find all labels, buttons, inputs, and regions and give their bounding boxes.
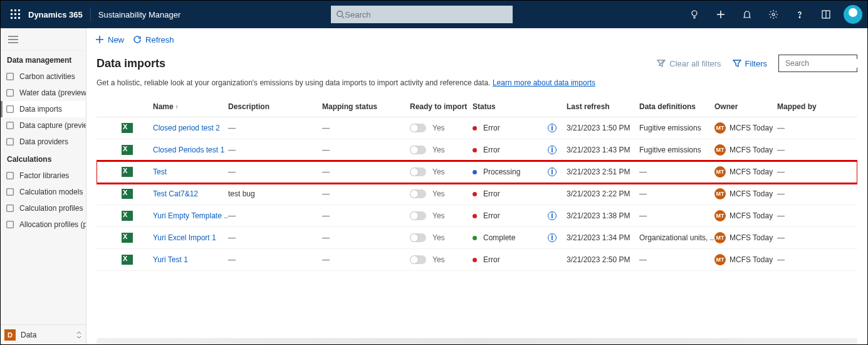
horizontal-scrollbar[interactable] bbox=[97, 338, 857, 344]
table-row[interactable]: Yuri Test 1——YesError3/21/2023 2:50 PM—M… bbox=[97, 249, 857, 271]
row-mapping: — bbox=[322, 233, 410, 242]
table-row[interactable]: Yuri Empty Template ...——YesErrori3/21/2… bbox=[97, 205, 857, 227]
row-description: — bbox=[228, 255, 322, 264]
sidebar-item[interactable]: Calculation profiles bbox=[1, 200, 86, 216]
svg-rect-23 bbox=[7, 73, 14, 80]
row-mapping: — bbox=[322, 211, 410, 220]
sidebar-item[interactable]: Factor libraries bbox=[1, 167, 86, 184]
svg-point-11 bbox=[692, 11, 697, 16]
ready-toggle[interactable] bbox=[410, 255, 426, 264]
page-title: Data imports bbox=[97, 57, 165, 70]
col-refresh[interactable]: Last refresh bbox=[567, 102, 639, 111]
sidebar-item[interactable]: Data providers bbox=[1, 134, 86, 150]
row-definitions: — bbox=[639, 255, 714, 264]
grid-search[interactable] bbox=[778, 55, 857, 72]
grid-search-input[interactable] bbox=[785, 59, 867, 68]
svg-rect-7 bbox=[14, 17, 16, 19]
svg-rect-6 bbox=[11, 17, 13, 19]
svg-point-16 bbox=[772, 13, 775, 16]
ready-toggle[interactable] bbox=[410, 211, 426, 220]
sidebar-toggle[interactable] bbox=[1, 28, 86, 51]
row-name-link[interactable]: Test bbox=[153, 167, 167, 176]
info-icon[interactable]: i bbox=[548, 233, 557, 242]
col-description[interactable]: Description bbox=[228, 102, 322, 111]
new-button[interactable]: New bbox=[95, 35, 124, 45]
col-name[interactable]: Name bbox=[153, 102, 228, 111]
sidebar-item-label: Data capture (preview) bbox=[19, 121, 86, 130]
svg-rect-25 bbox=[7, 106, 14, 113]
row-mapped-by: — bbox=[777, 146, 852, 154]
col-mapped-by[interactable]: Mapped by bbox=[777, 102, 852, 111]
col-ready[interactable]: Ready to import bbox=[410, 102, 473, 111]
app-launcher-icon[interactable] bbox=[6, 4, 26, 24]
row-mapped-by: — bbox=[777, 124, 852, 132]
row-name-link[interactable]: Yuri Excel Import 1 bbox=[153, 233, 216, 242]
row-definitions: Organizational units, ... bbox=[639, 233, 714, 242]
table-row[interactable]: Test Cat7&12test bug—YesError3/21/2023 2… bbox=[97, 183, 857, 205]
row-name-link[interactable]: Test Cat7&12 bbox=[153, 189, 198, 198]
row-description: — bbox=[228, 233, 322, 242]
global-search[interactable] bbox=[331, 6, 513, 23]
row-name-link[interactable]: Yuri Test 1 bbox=[153, 255, 188, 264]
row-refresh: 3/21/2023 1:50 PM bbox=[567, 124, 639, 132]
row-mapping: — bbox=[322, 167, 410, 176]
row-owner: MTMCFS Today bbox=[714, 254, 777, 265]
ready-toggle[interactable] bbox=[410, 167, 426, 176]
row-status: Errori bbox=[473, 146, 567, 154]
ready-toggle[interactable] bbox=[410, 189, 426, 198]
learn-more-link[interactable]: Learn more about data imports bbox=[493, 78, 595, 87]
area-picker[interactable]: D Data bbox=[1, 324, 86, 344]
table-row[interactable]: Closed period test 2——YesErrori3/21/2023… bbox=[97, 117, 857, 139]
clear-filters-button[interactable]: Clear all filters bbox=[657, 59, 721, 68]
svg-rect-5 bbox=[18, 13, 20, 15]
row-name-link[interactable]: Yuri Empty Template ... bbox=[153, 211, 228, 220]
info-icon[interactable]: i bbox=[548, 167, 557, 176]
ready-toggle[interactable] bbox=[410, 146, 426, 154]
row-definitions: — bbox=[639, 167, 714, 176]
lightbulb-icon[interactable] bbox=[686, 6, 703, 23]
excel-icon bbox=[122, 145, 133, 155]
global-search-input[interactable] bbox=[345, 10, 508, 19]
info-icon[interactable]: i bbox=[548, 146, 557, 154]
row-status: Completei bbox=[473, 233, 567, 242]
notification-icon[interactable] bbox=[738, 6, 756, 23]
area-picker-label: Data bbox=[21, 331, 76, 339]
add-icon[interactable] bbox=[712, 6, 729, 23]
info-icon[interactable]: i bbox=[548, 211, 557, 220]
row-status: Processingi bbox=[473, 167, 567, 176]
sidebar-item[interactable]: Allocation profiles (p... bbox=[1, 216, 86, 233]
sidebar-item[interactable]: Calculation models bbox=[1, 184, 86, 200]
row-mapped-by: — bbox=[777, 211, 852, 220]
col-status[interactable]: Status bbox=[473, 102, 567, 111]
sidebar-item[interactable]: Data imports bbox=[1, 101, 86, 117]
refresh-button[interactable]: Refresh bbox=[133, 35, 174, 45]
ready-toggle[interactable] bbox=[410, 124, 426, 132]
filters-button[interactable]: Filters bbox=[733, 59, 767, 68]
sidebar-section-data: Data management bbox=[1, 51, 86, 68]
sidebar-item-label: Data providers bbox=[19, 137, 68, 146]
row-name-link[interactable]: Closed period test 2 bbox=[153, 124, 220, 132]
table-row[interactable]: Yuri Excel Import 1——YesCompletei3/21/20… bbox=[97, 227, 857, 249]
ready-toggle[interactable] bbox=[410, 233, 426, 242]
row-status: Errori bbox=[473, 211, 567, 220]
table-row[interactable]: Closed Periods test 1——YesErrori3/21/202… bbox=[97, 139, 857, 161]
sidebar-item[interactable]: Carbon activities bbox=[1, 68, 86, 85]
sidebar-item[interactable]: Water data (preview) bbox=[1, 85, 86, 101]
row-name-link[interactable]: Closed Periods test 1 bbox=[153, 146, 224, 154]
help-icon[interactable] bbox=[791, 6, 808, 23]
row-mapping: — bbox=[322, 189, 410, 198]
row-definitions: — bbox=[639, 211, 714, 220]
table-row[interactable]: Test——YesProcessingi3/21/2023 2:51 PM—MT… bbox=[97, 161, 857, 183]
sidebar-item-label: Carbon activities bbox=[19, 72, 75, 81]
info-icon[interactable]: i bbox=[548, 124, 557, 132]
settings-icon[interactable] bbox=[765, 6, 782, 23]
col-definitions[interactable]: Data definitions bbox=[639, 102, 714, 111]
col-mapping-status[interactable]: Mapping status bbox=[322, 102, 410, 111]
svg-point-9 bbox=[337, 11, 343, 17]
row-refresh: 3/21/2023 1:34 PM bbox=[567, 233, 639, 242]
user-avatar[interactable] bbox=[844, 5, 862, 24]
sidebar-item[interactable]: Data capture (preview) bbox=[1, 117, 86, 134]
col-owner[interactable]: Owner bbox=[714, 102, 777, 111]
book-icon[interactable] bbox=[817, 6, 835, 23]
row-mapped-by: — bbox=[777, 255, 852, 264]
